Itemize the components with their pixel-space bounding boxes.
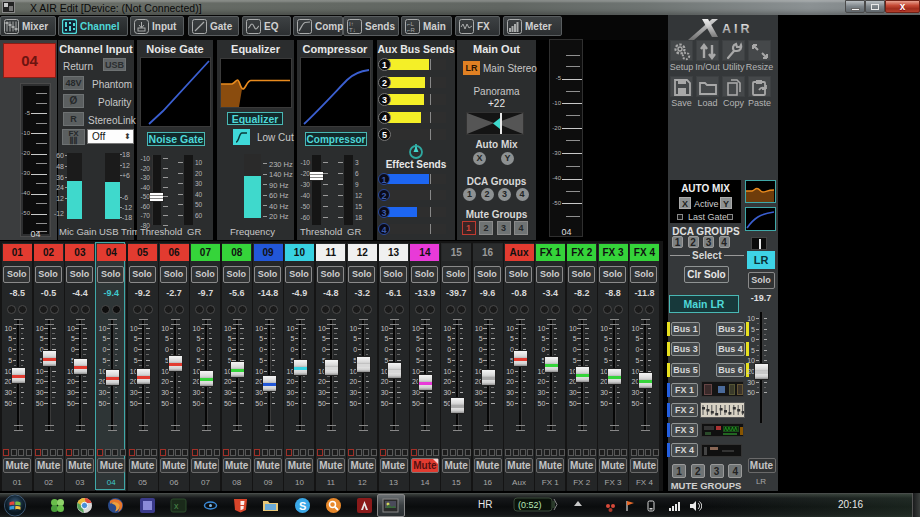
svg-text:T↓: T↓ <box>349 27 356 33</box>
svg-text:⌐R: ⌐R <box>407 27 416 33</box>
svg-text:x: x <box>174 501 179 511</box>
svg-text:AIR: AIR <box>722 22 753 36</box>
svg-text:(0:52): (0:52) <box>518 500 542 510</box>
svg-text:S: S <box>299 500 306 512</box>
